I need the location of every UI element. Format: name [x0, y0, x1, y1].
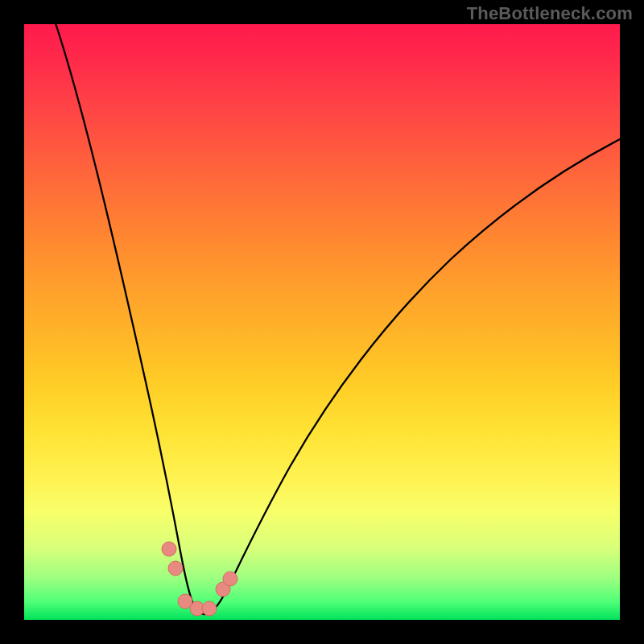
data-marker — [223, 572, 237, 586]
bottleneck-curve — [53, 24, 620, 614]
data-marker — [162, 542, 176, 556]
data-marker — [168, 561, 183, 576]
chart-frame: TheBottleneck.com — [0, 0, 644, 644]
curve-layer — [24, 24, 620, 620]
data-marker — [202, 601, 217, 616]
watermark-text: TheBottleneck.com — [467, 3, 633, 24]
plot-area — [24, 24, 620, 620]
marker-group — [162, 542, 237, 616]
